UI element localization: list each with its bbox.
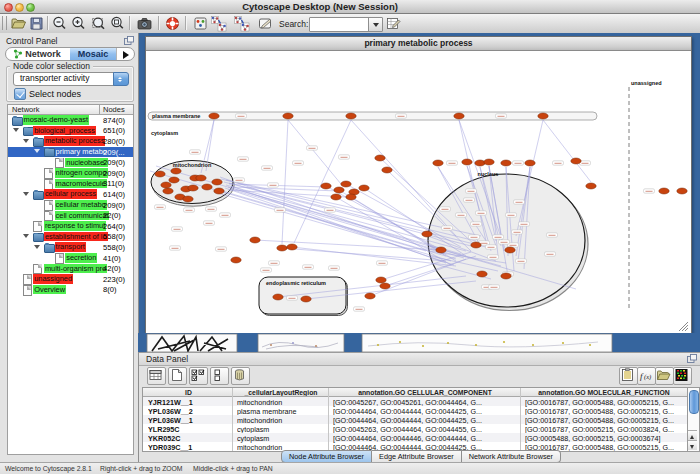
network-node[interactable] xyxy=(250,237,260,243)
tree-row-mosaic-demo-yeast[interactable]: mosaic-demo-yeast874(0) xyxy=(8,115,133,126)
network-node[interactable] xyxy=(475,160,485,166)
network-node[interactable] xyxy=(501,273,511,279)
network-overlay-b-icon[interactable] xyxy=(233,15,250,32)
network-node[interactable] xyxy=(422,231,432,237)
network-node[interactable] xyxy=(471,242,481,248)
annotation-icon[interactable] xyxy=(257,15,274,32)
network-node[interactable] xyxy=(505,247,515,253)
table-row-yjr121w__1[interactable]: YJR121W__1mitochondrion[GO:0045267, GO:0… xyxy=(143,397,687,406)
tree-row-overview[interactable]: Overview8(0) xyxy=(8,285,133,296)
zoom-out-icon[interactable] xyxy=(51,15,68,32)
network-node[interactable] xyxy=(571,158,581,164)
float-panel-icon[interactable] xyxy=(124,36,134,45)
network-node[interactable] xyxy=(346,113,356,119)
tree-row-nucleobase-[interactable]: nucleobase-209(0) xyxy=(8,157,133,168)
network-node[interactable] xyxy=(188,185,198,191)
disclosure-triangle-icon[interactable] xyxy=(13,128,19,135)
network-node[interactable] xyxy=(196,175,206,181)
network-node[interactable] xyxy=(477,271,487,277)
search-dropdown-button[interactable] xyxy=(368,17,383,32)
table-column-header[interactable]: ID xyxy=(144,389,233,396)
network-node[interactable] xyxy=(331,194,341,200)
disclosure-triangle-icon[interactable] xyxy=(23,192,29,199)
network-node[interactable] xyxy=(155,171,165,177)
table-scrollbar[interactable] xyxy=(687,387,700,452)
table-row-ylr295c[interactable]: YLR295Ccytoplasm[GO:0045263, GO:0044464,… xyxy=(143,424,687,433)
new-attribute-button[interactable] xyxy=(168,367,187,385)
network-node[interactable] xyxy=(301,296,311,302)
tree-row-biological-process[interactable]: biological_process651(0) xyxy=(8,126,133,137)
network-node[interactable] xyxy=(375,155,385,161)
network-node[interactable] xyxy=(277,245,287,251)
network-node[interactable] xyxy=(212,179,222,185)
combo-stepper-icon[interactable] xyxy=(113,72,129,86)
network-view-canvas[interactable]: plasma membrane cytoplasm mitochondrion … xyxy=(146,51,689,332)
network-node[interactable] xyxy=(538,113,548,119)
tree-row-cell-communicat[interactable]: cell communicat22(0) xyxy=(8,210,133,221)
unselect-all-attributes-button[interactable] xyxy=(210,367,229,385)
network-overlay-a-icon[interactable] xyxy=(210,15,227,32)
camera-export-icon[interactable] xyxy=(136,15,153,32)
tree-row-metabolic-process[interactable]: metabolic process280(0) xyxy=(8,136,133,147)
network-node[interactable] xyxy=(376,277,386,283)
network-node[interactable] xyxy=(209,113,219,119)
network-node[interactable] xyxy=(454,113,464,119)
network-node[interactable] xyxy=(382,167,392,173)
tree-row-primary-metabo[interactable]: primary metabo209(... xyxy=(8,147,133,158)
network-node[interactable] xyxy=(436,247,446,253)
select-nodes-checkbox[interactable] xyxy=(14,88,26,100)
zoom-in-icon[interactable] xyxy=(70,15,87,32)
tab-network[interactable]: Network xyxy=(6,48,70,60)
network-node[interactable] xyxy=(273,294,283,300)
tree-row-multi-organism-pro[interactable]: multi-organism pro42(0) xyxy=(8,263,133,274)
select-all-attributes-button[interactable] xyxy=(189,367,208,385)
search-options-icon[interactable] xyxy=(385,15,402,32)
network-node[interactable] xyxy=(341,181,351,187)
network-node[interactable] xyxy=(231,257,241,263)
disclosure-triangle-icon[interactable] xyxy=(23,234,29,241)
network-node[interactable] xyxy=(171,168,181,174)
tab-mosaic[interactable]: Mosaic xyxy=(70,48,116,60)
table-row-ykr052c[interactable]: YKR052Ccytoplasm[GO:0044464, GO:0044446,… xyxy=(143,433,687,442)
disclosure-triangle-icon[interactable] xyxy=(34,245,40,252)
network-node[interactable] xyxy=(586,183,596,189)
network-node[interactable] xyxy=(659,188,669,194)
search-input[interactable] xyxy=(309,17,374,32)
network-window-titlebar[interactable]: primary metabolic process xyxy=(146,37,691,51)
tree-row-response-to-stimul[interactable]: response to stimul264(0) xyxy=(8,221,133,232)
tree-row-secretion[interactable]: secretion41(0) xyxy=(8,253,133,264)
tree-row-cellular-metabo[interactable]: cellular metabo209(0) xyxy=(8,200,133,211)
disclosure-triangle-icon[interactable] xyxy=(23,139,29,146)
network-node[interactable] xyxy=(283,113,293,119)
table-column-header[interactable]: annotation.GO MOLECULAR_FUNCTION xyxy=(521,389,687,396)
tab-overflow-button[interactable] xyxy=(116,48,135,60)
heatmap-button[interactable] xyxy=(673,367,692,385)
help-ring-icon[interactable] xyxy=(164,15,181,32)
network-node[interactable] xyxy=(365,293,375,299)
table-row-ypl036w__2[interactable]: YPL036W__2plasma membrane[GO:0044464, GO… xyxy=(143,406,687,415)
network-node[interactable] xyxy=(433,160,443,166)
network-node[interactable] xyxy=(169,177,179,183)
resize-grip[interactable] xyxy=(679,322,688,331)
layout-grid-icon[interactable] xyxy=(192,15,209,32)
open-folder-icon[interactable] xyxy=(10,15,27,32)
table-column-header[interactable]: _cellularLayoutRegion xyxy=(233,389,329,396)
network-node[interactable] xyxy=(359,185,369,191)
network-node[interactable] xyxy=(321,183,331,189)
tree-row-macromolecule[interactable]: macromolecule311(0) xyxy=(8,179,133,190)
tree-row-cellular-process[interactable]: cellular process614(0) xyxy=(8,189,133,200)
table-column-header[interactable]: annotation.GO CELLULAR_COMPONENT xyxy=(329,389,521,396)
network-node[interactable] xyxy=(677,188,687,194)
disclosure-triangle-icon[interactable] xyxy=(34,149,40,156)
attribute-list-button[interactable] xyxy=(619,367,638,385)
network-node[interactable] xyxy=(501,160,511,166)
network-node[interactable] xyxy=(380,283,390,289)
zoom-actual-size-icon[interactable] xyxy=(109,15,126,32)
zoom-fit-icon[interactable] xyxy=(90,15,107,32)
scroll-down-button[interactable] xyxy=(688,440,697,450)
network-node[interactable] xyxy=(163,188,173,194)
table-row-ypl036w__1[interactable]: YPL036W__1mitochondrion[GO:0044464, GO:0… xyxy=(143,415,687,424)
network-node[interactable] xyxy=(183,196,193,202)
scrollbar-thumb[interactable] xyxy=(689,390,699,414)
save-icon[interactable] xyxy=(28,15,45,32)
